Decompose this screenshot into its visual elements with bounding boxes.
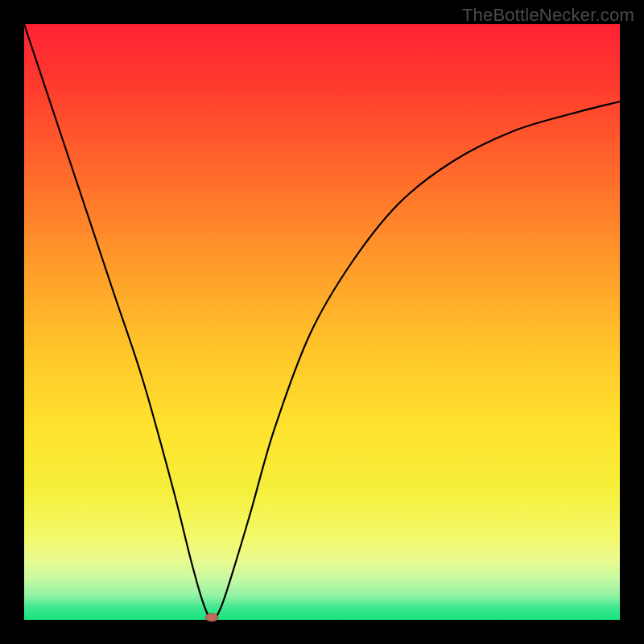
attribution-text: TheBottleNecker.com: [462, 5, 634, 26]
bottleneck-curve: [24, 24, 620, 620]
curve-layer: [24, 24, 620, 620]
min-marker: [205, 613, 218, 621]
chart-frame: TheBottleNecker.com: [0, 0, 644, 644]
plot-area: [24, 24, 620, 620]
